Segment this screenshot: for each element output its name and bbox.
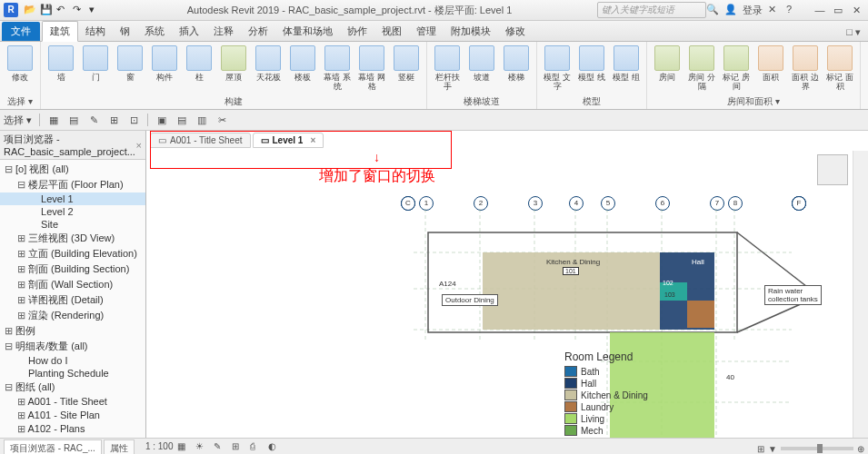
select-dropdown[interactable]: 选择 ▾ (4, 114, 32, 127)
vc-icon[interactable]: ☀ (195, 441, 210, 454)
tab-arch[interactable]: 建筑 (42, 21, 78, 42)
maximize-button[interactable]: ▭ (830, 5, 846, 16)
signin-label[interactable]: 登录 (743, 4, 763, 17)
tree-node[interactable]: ⊞ 三维视图 (3D View) (0, 231, 145, 246)
tree-node[interactable]: ⊞ 立面 (Building Elevation) (0, 246, 145, 262)
tree-node[interactable]: ⊟ 楼层平面 (Floor Plan) (0, 177, 145, 192)
qb-icon[interactable]: ▥ (194, 112, 210, 128)
floor-button[interactable]: 楼板 (286, 44, 319, 93)
tab-collab[interactable]: 协作 (340, 22, 374, 41)
ramp-button[interactable]: 坡道 (465, 44, 498, 93)
stair-button[interactable]: 楼梯 (500, 44, 533, 93)
vc-icon[interactable]: ▦ (177, 441, 192, 454)
wall-button[interactable]: 墙 (45, 44, 77, 93)
qat-save-icon[interactable]: 💾 (40, 4, 53, 16)
worksets-icon[interactable]: ⊞ (757, 444, 764, 454)
ribbon-collapse[interactable]: □ ▾ (839, 24, 868, 41)
area-button[interactable]: 面积 (754, 44, 787, 93)
signin-icon[interactable]: 👤 (724, 4, 737, 16)
tab-struct[interactable]: 结构 (78, 22, 113, 41)
mullion-button[interactable]: 竖梃 (390, 44, 423, 93)
tree-node[interactable]: Level 1 (0, 192, 145, 205)
tab-steel[interactable]: 钢 (113, 22, 137, 41)
model-line-button[interactable]: 模型 线 (575, 44, 608, 93)
qb-icon[interactable]: ▦ (45, 112, 62, 128)
tab-addins[interactable]: 附加模块 (444, 22, 498, 41)
tree-node[interactable]: Level 2 (0, 205, 145, 218)
doc-tab[interactable]: ▭Level 1× (253, 133, 324, 148)
railing-button[interactable]: 栏杆扶手 (431, 44, 464, 93)
vc-icon[interactable]: ⎙ (250, 441, 264, 454)
roof-button[interactable]: 屋顶 (217, 44, 250, 93)
tree-node[interactable]: ⊞ 剖面 (Building Section) (0, 262, 145, 277)
window-button[interactable]: 窗 (114, 44, 146, 93)
vc-icon[interactable]: ⊞ (232, 441, 246, 454)
scale-label[interactable]: 1 : 100 (145, 441, 174, 454)
doc-tab[interactable]: ▭A001 - Title Sheet (150, 133, 251, 148)
vc-icon[interactable]: ✎ (214, 441, 228, 454)
drawing-canvas[interactable]: 1 2 3 4 5 6 7 8 A B C A B C D E F (146, 151, 852, 438)
zoom-control[interactable]: ⊞ ▼ ⊕ (757, 444, 864, 454)
qat-redo-icon[interactable]: ↷ (73, 4, 85, 16)
component-button[interactable]: 构件 (148, 44, 181, 93)
modify-button[interactable]: 修改 (4, 44, 36, 93)
tag-room-button[interactable]: 标记 房间 (720, 44, 753, 93)
view-cube[interactable] (817, 154, 848, 185)
room-sep-button[interactable]: 房间 分隔 (685, 44, 718, 93)
zoom-icon[interactable]: ⊕ (857, 444, 864, 454)
tree[interactable]: ⊟ [o] 视图 (all)⊟ 楼层平面 (Floor Plan) Level … (0, 160, 145, 438)
tab-systems[interactable]: 系统 (137, 22, 172, 41)
tab-insert[interactable]: 插入 (172, 22, 206, 41)
by-face-button[interactable]: 按面 (864, 44, 868, 93)
qat-open-icon[interactable]: 📂 (24, 4, 36, 16)
tree-node[interactable]: ⊞ A103 - Elevations/Sections (0, 436, 145, 438)
room-button[interactable]: 房间 (651, 44, 683, 93)
qb-icon[interactable]: ✂ (214, 112, 230, 128)
qb-icon[interactable]: ▤ (65, 112, 82, 128)
qat-undo-icon[interactable]: ↶ (56, 4, 69, 16)
tree-node[interactable]: ⊟ 图纸 (all) (0, 380, 145, 395)
curtain-grid-button[interactable]: 幕墙 网格 (355, 44, 388, 93)
filter-icon[interactable]: ▼ (768, 444, 777, 454)
tree-node[interactable]: ⊞ 详图视图 (Detail) (0, 292, 145, 308)
tab-manage[interactable]: 管理 (409, 22, 444, 41)
qb-icon[interactable]: ▣ (154, 112, 170, 128)
tree-node[interactable]: ⊞ A102 - Plans (0, 422, 145, 436)
area-bdy-button[interactable]: 面积 边界 (789, 44, 822, 93)
tab-modify[interactable]: 修改 (498, 22, 533, 41)
tree-node[interactable]: ⊟ 明细表/数量 (all) (0, 339, 145, 354)
tree-node[interactable]: Site (0, 218, 145, 231)
tree-node[interactable]: ⊞ A101 - Site Plan (0, 409, 145, 422)
infocenter-icon[interactable]: 🔍 (706, 4, 719, 16)
browser-close-icon[interactable]: × (136, 140, 142, 151)
tag-area-button[interactable]: 标记 面积 (823, 44, 856, 93)
tab-massing[interactable]: 体量和场地 (275, 22, 340, 41)
model-text-button[interactable]: 模型 文字 (541, 44, 574, 93)
qb-icon[interactable]: ⊞ (105, 112, 122, 128)
close-button[interactable]: ✕ (848, 5, 864, 16)
file-tab[interactable]: 文件 (2, 22, 40, 41)
tab-annotate[interactable]: 注释 (206, 22, 241, 41)
ceiling-button[interactable]: 天花板 (252, 44, 284, 93)
vc-icon[interactable]: ◐ (268, 441, 283, 454)
qat-more-icon[interactable]: ▾ (89, 4, 102, 16)
curtain-system-button[interactable]: 幕墙 系统 (321, 44, 354, 93)
column-button[interactable]: 柱 (183, 44, 215, 93)
tree-node[interactable]: Planting Schedule (0, 367, 145, 380)
tree-node[interactable]: ⊞ 剖面 (Wall Section) (0, 277, 145, 292)
tree-node[interactable]: ⊞ A001 - Title Sheet (0, 395, 145, 409)
status-tab-browser[interactable]: 项目浏览器 - RAC_... (4, 439, 102, 454)
tab-view[interactable]: 视图 (374, 22, 409, 41)
tree-node[interactable]: ⊞ 图例 (0, 323, 145, 339)
qb-icon[interactable]: ▤ (174, 112, 190, 128)
vertical-scrollbar[interactable] (853, 151, 868, 438)
status-tab-props[interactable]: 属性 (104, 439, 135, 454)
qb-icon[interactable]: ✎ (85, 112, 102, 128)
tree-node[interactable]: How do I (0, 354, 145, 367)
exchange-icon[interactable]: ✕ (768, 4, 781, 16)
tree-node[interactable]: ⊟ [o] 视图 (all) (0, 162, 145, 177)
help-icon[interactable]: ? (786, 4, 799, 16)
search-input[interactable]: 键入关键字或短语 (597, 2, 706, 18)
tab-analyze[interactable]: 分析 (241, 22, 275, 41)
qb-icon[interactable]: ⊡ (125, 112, 142, 128)
